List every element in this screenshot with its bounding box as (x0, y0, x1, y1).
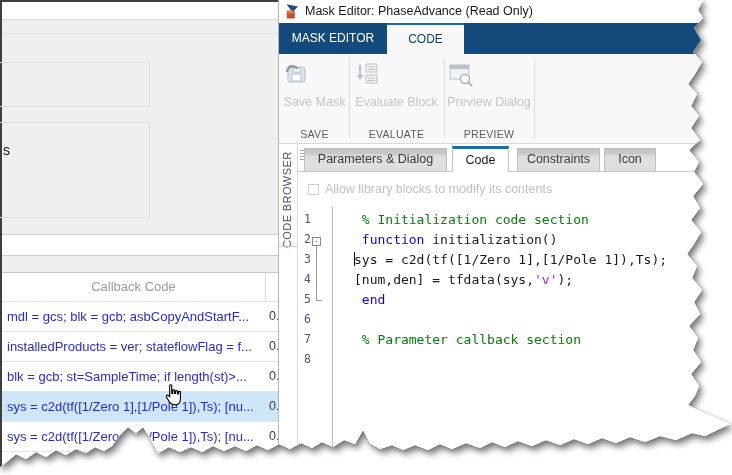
table-row[interactable]: mdl = gcs; blk = gcb; asbCopyAndStartF..… (2, 302, 278, 332)
evaluate-block-button[interactable]: Evaluate Block EVALUATE (350, 54, 443, 143)
code-fold-guide-end (316, 300, 322, 301)
save-mask-icon (281, 59, 311, 89)
tab-bar-baseline (298, 171, 732, 172)
code-line[interactable] (354, 352, 732, 372)
allow-library-checkbox[interactable] (308, 184, 319, 195)
preview-dialog-icon (445, 59, 475, 89)
preview-dialog-label: Preview Dialog (445, 95, 533, 109)
evaluate-block-label: Evaluate Block (350, 95, 443, 109)
allow-library-checkbox-label: Allow library blocks to modify its conte… (325, 182, 552, 196)
callback-code-cell: sys = c2d(tf([1/Zero 1],[1/Pole 1]),Ts);… (2, 422, 260, 451)
table-row[interactable]: installedProducts = ver; stateflowFlag =… (2, 332, 278, 362)
table-row[interactable]: %zoh (2, 452, 278, 475)
panel-groupbox (0, 122, 150, 218)
code-fold-guide (316, 246, 317, 300)
callback-code-column-header[interactable]: Callback Code (2, 273, 265, 301)
partial-text: s (3, 142, 10, 158)
divider (279, 246, 297, 247)
tab-parameters-dialog[interactable]: Parameters & Dialog (304, 148, 447, 172)
line-number: 6 (297, 312, 311, 332)
code-lines[interactable]: % Initialization code section function i… (354, 212, 732, 372)
code-line[interactable]: % Parameter callback section (354, 332, 732, 352)
code-line[interactable]: end (354, 292, 732, 312)
evaluate-section-label: EVALUATE (350, 128, 443, 140)
code-line[interactable]: function initialization() (354, 232, 732, 252)
divider (279, 143, 732, 144)
callback-table-rows: mdl = gcs; blk = gcb; asbCopyAndStartF..… (2, 302, 278, 475)
code-browser-panel[interactable]: CODE BROWSER (279, 144, 298, 475)
callback-code-cell: mdl = gcs; blk = gcb; asbCopyAndStartF..… (2, 302, 260, 331)
line-number: 1 (297, 212, 311, 232)
background-toolbar-strip (2, 2, 278, 20)
title-bar[interactable]: Mask Editor: PhaseAdvance (Read Only) (279, 0, 732, 23)
tab-code[interactable]: CODE (387, 23, 464, 54)
code-fold-toggle-icon[interactable]: - (312, 237, 321, 246)
torn-paper-clip: s Callback Code mdl = gcs; blk = gcb; as… (0, 0, 732, 475)
divider (2, 33, 278, 34)
tab-code-pane[interactable]: Code (452, 146, 509, 172)
callback-code-table: Callback Code mdl = gcs; blk = gcb; asbC… (2, 272, 278, 475)
table-row[interactable]: sys = c2d(tf([1/Zero 1],[1/Pole 1]),Ts);… (2, 392, 278, 422)
line-number: 7 (297, 332, 311, 352)
save-section-label: SAVE (281, 128, 348, 140)
gutter-separator (332, 206, 333, 475)
line-number: 8 (297, 352, 311, 372)
code-line[interactable]: sys = c2d(tf([1/Zero 1],[1/Pole 1]),Ts); (354, 252, 732, 272)
ribbon-tab-bar: MASK EDITOR CODE (279, 23, 732, 54)
code-line[interactable] (354, 312, 732, 332)
panel-groupbox (0, 62, 150, 107)
hand-pointer-cursor (162, 383, 184, 407)
code-editor[interactable]: 12345678 - % Initialization code section… (297, 206, 732, 475)
table-row[interactable]: sys = c2d(tf([1/Zero 1],[1/Pole 1]),Ts);… (2, 422, 278, 452)
background-window: s Callback Code mdl = gcs; blk = gcb; as… (0, 0, 278, 475)
callback-code-cell: installedProducts = ver; stateflowFlag =… (2, 332, 260, 361)
callback-code-cell: blk = gcb; st=SampleTime; if length(st)>… (2, 362, 260, 391)
table-row[interactable]: blk = gcb; st=SampleTime; if length(st)>… (2, 362, 278, 392)
save-mask-label: Save Mask (281, 95, 348, 109)
mask-editor-window: Mask Editor: PhaseAdvance (Read Only) MA… (278, 0, 732, 475)
line-number-gutter: 12345678 (297, 212, 311, 372)
tab-mask-editor[interactable]: MASK EDITOR (285, 23, 381, 54)
toolbar-separator (534, 58, 535, 138)
tab-icon[interactable]: Icon (604, 148, 656, 172)
screenshot-stage: s Callback Code mdl = gcs; blk = gcb; as… (0, 0, 732, 475)
evaluate-block-icon (350, 59, 380, 89)
preview-section-label: PREVIEW (445, 128, 533, 140)
mask-editor-icon (284, 3, 301, 20)
background-field-strip (2, 234, 278, 256)
window-title: Mask Editor: PhaseAdvance (Read Only) (305, 4, 533, 18)
line-number: 3 (297, 252, 311, 272)
code-line[interactable]: % Initialization code section (354, 212, 732, 232)
save-mask-button[interactable]: Save Mask SAVE (281, 54, 348, 143)
preview-dialog-button[interactable]: Preview Dialog PREVIEW (445, 54, 533, 143)
torn-paper-wrapper: s Callback Code mdl = gcs; blk = gcb; as… (0, 0, 732, 475)
document-tab-bar: Parameters & Dialog Code Constraints Ico… (298, 146, 732, 172)
line-number: 4 (297, 272, 311, 292)
line-number: 5 (297, 292, 311, 312)
callback-code-cell: sys = c2d(tf([1/Zero 1],[1/Pole 1]),Ts);… (2, 392, 260, 421)
ribbon-toolbar: Save Mask SAVE (279, 54, 732, 143)
line-number: 2 (297, 232, 311, 252)
code-browser-label: CODE BROWSER (281, 152, 293, 248)
callback-code-cell: %zoh (2, 452, 260, 475)
code-line[interactable]: [num,den] = tfdata(sys,'v'); (354, 272, 732, 292)
tab-constraints[interactable]: Constraints (517, 148, 600, 172)
